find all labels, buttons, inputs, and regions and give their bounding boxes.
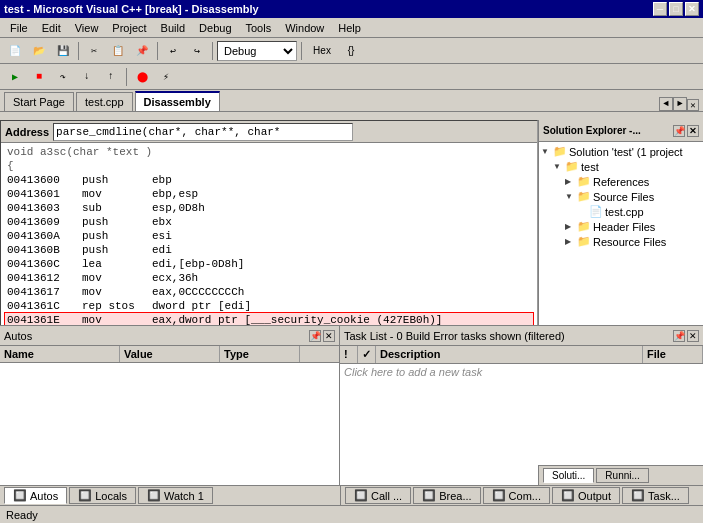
menu-item-debug[interactable]: Debug [193, 21, 237, 35]
tree-expand-icon[interactable]: ▼ [541, 147, 551, 156]
output-tab-icon: 🔲 [561, 489, 575, 502]
menu-item-build[interactable]: Build [155, 21, 191, 35]
tab-output[interactable]: 🔲 Output [552, 487, 620, 504]
tree-expand-icon[interactable]: ▶ [565, 237, 575, 246]
address-input[interactable] [53, 123, 353, 141]
task-tab-icon: 🔲 [631, 489, 645, 502]
nav-forward-button[interactable]: ► [673, 97, 687, 111]
config-combo[interactable]: Debug Release [217, 41, 297, 61]
hex-button[interactable]: Hex [306, 40, 338, 62]
task-col-check: ✓ [358, 346, 376, 363]
tab-locals[interactable]: 🔲 Locals [69, 487, 136, 504]
new-button[interactable]: 📄 [4, 40, 26, 62]
tab-tasklist[interactable]: 🔲 Task... [622, 487, 689, 504]
locals-tab-icon: 🔲 [78, 489, 92, 502]
task-new-row[interactable]: Click here to add a new task [340, 364, 703, 380]
task-title: Task List - 0 Build Error tasks shown (f… [344, 330, 565, 342]
tree-item-solution--test---1-project[interactable]: ▼📁Solution 'test' (1 project [541, 144, 701, 159]
minimize-button[interactable]: ─ [653, 2, 667, 16]
cut-button[interactable]: ✂ [83, 40, 105, 62]
tree-expand-icon[interactable]: ▼ [553, 162, 563, 171]
open-button[interactable]: 📂 [28, 40, 50, 62]
autos-col-value: Value [120, 346, 220, 362]
separator-4 [301, 42, 302, 60]
panel-close-button[interactable]: ✕ [687, 99, 699, 111]
tab-command[interactable]: 🔲 Com... [483, 487, 550, 504]
exception-button[interactable]: ⚡ [155, 66, 177, 88]
breakpoint-button[interactable]: ⬤ [131, 66, 153, 88]
tree-item-header-files[interactable]: ▶📁Header Files [541, 219, 701, 234]
nav-back-button[interactable]: ◄ [659, 97, 673, 111]
copy-button[interactable]: 📋 [107, 40, 129, 62]
tab-call-stack[interactable]: 🔲 Call ... [345, 487, 411, 504]
start-debug-button[interactable]: ▶ [4, 66, 26, 88]
tab-breakpoints[interactable]: 🔲 Brea... [413, 487, 480, 504]
autos-header: Autos 📌 ✕ [0, 326, 339, 346]
solution-pin-button[interactable]: 📌 [673, 125, 685, 137]
tab-running[interactable]: Runni... [596, 468, 648, 483]
separator-2 [157, 42, 158, 60]
maximize-button[interactable]: □ [669, 2, 683, 16]
stop-debug-button[interactable]: ■ [28, 66, 50, 88]
autos-col-type: Type [220, 346, 300, 362]
disasm-line: void a3sc(char *text ) [5, 145, 533, 159]
menu-item-view[interactable]: View [69, 21, 105, 35]
task-panel: Task List - 0 Build Error tasks shown (f… [340, 326, 703, 485]
title-text: test - Microsoft Visual C++ [break] - Di… [4, 3, 259, 15]
separator-3 [212, 42, 213, 60]
menu-item-window[interactable]: Window [279, 21, 330, 35]
menu-item-help[interactable]: Help [332, 21, 367, 35]
bottom-outer-tabs: 🔲 Autos 🔲 Locals 🔲 Watch 1 [0, 485, 340, 505]
tree-node-icon: 📁 [577, 220, 591, 233]
autos-col-name: Name [0, 346, 120, 362]
redo-button[interactable]: ↪ [186, 40, 208, 62]
step-out-button[interactable]: ↑ [100, 66, 122, 88]
task-col-description: Description [376, 346, 643, 363]
tree-node-label: Source Files [593, 191, 654, 203]
disasm-line: 0041360Cleaedi,[ebp-0D8h] [5, 257, 533, 271]
tree-item-references[interactable]: ▶📁References [541, 174, 701, 189]
tree-item-test-cpp[interactable]: 📄test.cpp [541, 204, 701, 219]
disasm-line: 0041361Crep stosdword ptr [edi] [5, 299, 533, 313]
toolbar-2: ▶ ■ ↷ ↓ ↑ ⬤ ⚡ [0, 64, 703, 90]
bottom-right-tabs: 🔲 Call ... 🔲 Brea... 🔲 Com... 🔲 Output 🔲… [340, 485, 703, 505]
autos-title: Autos [4, 330, 32, 342]
step-into-button[interactable]: ↓ [76, 66, 98, 88]
toolbar-1: 📄 📂 💾 ✂ 📋 📌 ↩ ↪ Debug Release Hex {} [0, 38, 703, 64]
tree-expand-icon[interactable]: ▶ [565, 222, 575, 231]
tab-test-cpp[interactable]: test.cpp [76, 92, 133, 111]
step-over-button[interactable]: ↷ [52, 66, 74, 88]
tree-node-label: Header Files [593, 221, 655, 233]
menu-item-project[interactable]: Project [106, 21, 152, 35]
task-close-button[interactable]: ✕ [687, 330, 699, 342]
disasm-line: 0041360Apushesi [5, 229, 533, 243]
solution-close-button[interactable]: ✕ [687, 125, 699, 137]
tree-expand-icon[interactable]: ▼ [565, 192, 575, 201]
autos-close-button[interactable]: ✕ [323, 330, 335, 342]
disasm-line: 00413600pushebp [5, 173, 533, 187]
tab-start-page[interactable]: Start Page [4, 92, 74, 111]
status-text: Ready [6, 509, 38, 521]
tree-item-test[interactable]: ▼📁test [541, 159, 701, 174]
tab-autos[interactable]: 🔲 Autos [4, 487, 67, 504]
tree-item-source-files[interactable]: ▼📁Source Files [541, 189, 701, 204]
tree-expand-icon[interactable]: ▶ [565, 177, 575, 186]
tab-strip: Start Page test.cpp Disassembly ◄ ► ✕ [0, 90, 703, 112]
tab-solution[interactable]: Soluti... [543, 468, 594, 483]
undo-button[interactable]: ↩ [162, 40, 184, 62]
tree-node-icon: 📁 [577, 235, 591, 248]
tab-disassembly[interactable]: Disassembly [135, 91, 220, 111]
save-button[interactable]: 💾 [52, 40, 74, 62]
disasm-button[interactable]: {} [340, 40, 362, 62]
menu-item-tools[interactable]: Tools [240, 21, 278, 35]
tree-item-resource-files[interactable]: ▶📁Resource Files [541, 234, 701, 249]
close-button[interactable]: ✕ [685, 2, 699, 16]
task-pin-button[interactable]: 📌 [673, 330, 685, 342]
menu-item-edit[interactable]: Edit [36, 21, 67, 35]
menu-item-file[interactable]: File [4, 21, 34, 35]
tab-watch1[interactable]: 🔲 Watch 1 [138, 487, 213, 504]
autos-pin-button[interactable]: 📌 [309, 330, 321, 342]
paste-button[interactable]: 📌 [131, 40, 153, 62]
disasm-line: 00413609pushebx [5, 215, 533, 229]
disasm-line: 00413601movebp,esp [5, 187, 533, 201]
